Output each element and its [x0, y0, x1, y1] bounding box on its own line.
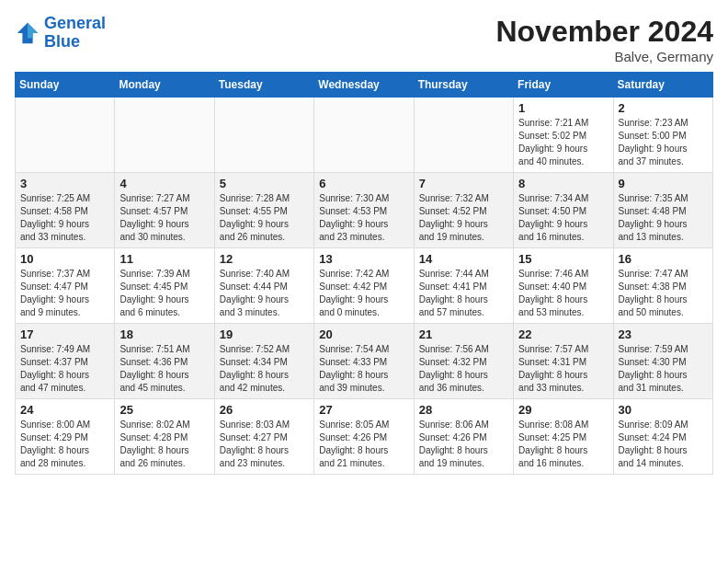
calendar-week-row: 17Sunrise: 7:49 AM Sunset: 4:37 PM Dayli…: [16, 324, 713, 399]
day-number: 6: [319, 177, 408, 190]
calendar-cell: [414, 98, 513, 173]
day-number: 14: [419, 252, 508, 266]
calendar-cell: 7Sunrise: 7:32 AM Sunset: 4:52 PM Daylig…: [414, 173, 513, 248]
day-info: Sunrise: 7:30 AM Sunset: 4:53 PM Dayligh…: [319, 192, 408, 244]
day-info: Sunrise: 7:28 AM Sunset: 4:55 PM Dayligh…: [220, 192, 309, 244]
day-info: Sunrise: 8:09 AM Sunset: 4:24 PM Dayligh…: [619, 419, 708, 470]
calendar-week-row: 10Sunrise: 7:37 AM Sunset: 4:47 PM Dayli…: [16, 248, 713, 324]
calendar-cell: 24Sunrise: 8:00 AM Sunset: 4:29 PM Dayli…: [16, 399, 115, 475]
day-number: 22: [518, 327, 608, 341]
title-block: November 2024 Balve, Germany: [495, 15, 713, 64]
day-number: 25: [119, 403, 209, 417]
calendar-cell: [16, 98, 115, 173]
calendar-cell: 26Sunrise: 8:03 AM Sunset: 4:27 PM Dayli…: [214, 399, 313, 475]
calendar-cell: 27Sunrise: 8:05 AM Sunset: 4:26 PM Dayli…: [314, 399, 414, 475]
day-info: Sunrise: 7:39 AM Sunset: 4:45 PM Dayligh…: [119, 268, 209, 319]
day-number: 20: [319, 327, 408, 341]
day-number: 19: [220, 327, 309, 341]
calendar-cell: 25Sunrise: 8:02 AM Sunset: 4:28 PM Dayli…: [115, 399, 214, 475]
day-info: Sunrise: 7:57 AM Sunset: 4:31 PM Dayligh…: [518, 343, 608, 395]
day-info: Sunrise: 7:51 AM Sunset: 4:36 PM Dayligh…: [119, 343, 209, 395]
calendar-week-row: 3Sunrise: 7:25 AM Sunset: 4:58 PM Daylig…: [16, 173, 713, 248]
day-number: 9: [619, 177, 708, 190]
weekday-header-row: SundayMondayTuesdayWednesdayThursdayFrid…: [16, 73, 713, 98]
calendar-cell: 4Sunrise: 7:27 AM Sunset: 4:57 PM Daylig…: [115, 173, 214, 248]
weekday-header-friday: Friday: [514, 73, 613, 98]
day-info: Sunrise: 8:02 AM Sunset: 4:28 PM Dayligh…: [119, 419, 209, 470]
calendar-cell: 17Sunrise: 7:49 AM Sunset: 4:37 PM Dayli…: [16, 324, 115, 399]
day-number: 28: [419, 403, 508, 417]
day-number: 11: [119, 252, 209, 266]
day-info: Sunrise: 7:32 AM Sunset: 4:52 PM Dayligh…: [419, 192, 508, 244]
calendar-cell: 22Sunrise: 7:57 AM Sunset: 4:31 PM Dayli…: [514, 324, 613, 399]
logo-line2: Blue: [44, 32, 80, 51]
calendar-cell: 11Sunrise: 7:39 AM Sunset: 4:45 PM Dayli…: [115, 248, 214, 324]
day-info: Sunrise: 8:08 AM Sunset: 4:25 PM Dayligh…: [518, 419, 608, 470]
day-number: 13: [319, 252, 408, 266]
calendar-week-row: 24Sunrise: 8:00 AM Sunset: 4:29 PM Dayli…: [16, 399, 713, 475]
calendar-cell: 13Sunrise: 7:42 AM Sunset: 4:42 PM Dayli…: [314, 248, 414, 324]
day-info: Sunrise: 8:00 AM Sunset: 4:29 PM Dayligh…: [20, 419, 109, 470]
day-number: 7: [419, 177, 508, 190]
day-info: Sunrise: 7:46 AM Sunset: 4:40 PM Dayligh…: [518, 268, 608, 319]
calendar-cell: 29Sunrise: 8:08 AM Sunset: 4:25 PM Dayli…: [514, 399, 613, 475]
day-info: Sunrise: 7:37 AM Sunset: 4:47 PM Dayligh…: [20, 268, 109, 319]
logo: General Blue: [15, 15, 106, 52]
calendar-cell: 20Sunrise: 7:54 AM Sunset: 4:33 PM Dayli…: [314, 324, 414, 399]
day-number: 8: [518, 177, 608, 190]
logo-text: General Blue: [44, 15, 106, 52]
weekday-header-monday: Monday: [115, 73, 214, 98]
calendar-cell: 5Sunrise: 7:28 AM Sunset: 4:55 PM Daylig…: [214, 173, 313, 248]
day-number: 24: [20, 403, 109, 417]
day-number: 5: [220, 177, 309, 190]
calendar-cell: 16Sunrise: 7:47 AM Sunset: 4:38 PM Dayli…: [613, 248, 712, 324]
calendar-cell: 8Sunrise: 7:34 AM Sunset: 4:50 PM Daylig…: [514, 173, 613, 248]
calendar-table: SundayMondayTuesdayWednesdayThursdayFrid…: [15, 72, 713, 475]
day-number: 26: [220, 403, 309, 417]
day-number: 16: [619, 252, 708, 266]
weekday-header-sunday: Sunday: [16, 73, 115, 98]
weekday-header-wednesday: Wednesday: [314, 73, 414, 98]
day-number: 29: [518, 403, 608, 417]
day-number: 27: [319, 403, 408, 417]
day-info: Sunrise: 7:21 AM Sunset: 5:02 PM Dayligh…: [518, 117, 608, 168]
day-info: Sunrise: 7:59 AM Sunset: 4:30 PM Dayligh…: [619, 343, 708, 395]
calendar-cell: 1Sunrise: 7:21 AM Sunset: 5:02 PM Daylig…: [514, 98, 613, 173]
calendar-cell: [314, 98, 414, 173]
calendar-cell: 6Sunrise: 7:30 AM Sunset: 4:53 PM Daylig…: [314, 173, 414, 248]
logo-icon: [15, 20, 40, 46]
month-title: November 2024: [495, 15, 713, 49]
day-info: Sunrise: 7:54 AM Sunset: 4:33 PM Dayligh…: [319, 343, 408, 395]
day-info: Sunrise: 7:23 AM Sunset: 5:00 PM Dayligh…: [619, 117, 708, 168]
calendar-cell: 23Sunrise: 7:59 AM Sunset: 4:30 PM Dayli…: [613, 324, 712, 399]
calendar-cell: 12Sunrise: 7:40 AM Sunset: 4:44 PM Dayli…: [214, 248, 313, 324]
weekday-header-saturday: Saturday: [613, 73, 712, 98]
calendar-cell: 30Sunrise: 8:09 AM Sunset: 4:24 PM Dayli…: [613, 399, 712, 475]
calendar-cell: [214, 98, 313, 173]
day-info: Sunrise: 8:03 AM Sunset: 4:27 PM Dayligh…: [220, 419, 309, 470]
day-info: Sunrise: 7:56 AM Sunset: 4:32 PM Dayligh…: [419, 343, 508, 395]
day-number: 17: [20, 327, 109, 341]
day-info: Sunrise: 7:49 AM Sunset: 4:37 PM Dayligh…: [20, 343, 109, 395]
day-number: 2: [619, 101, 708, 115]
day-info: Sunrise: 7:47 AM Sunset: 4:38 PM Dayligh…: [619, 268, 708, 319]
day-info: Sunrise: 7:42 AM Sunset: 4:42 PM Dayligh…: [319, 268, 408, 319]
day-number: 23: [619, 327, 708, 341]
weekday-header-thursday: Thursday: [414, 73, 513, 98]
weekday-header-tuesday: Tuesday: [214, 73, 313, 98]
day-info: Sunrise: 8:05 AM Sunset: 4:26 PM Dayligh…: [319, 419, 408, 470]
logo-line1: General: [44, 14, 106, 32]
day-number: 12: [220, 252, 309, 266]
day-number: 4: [119, 177, 209, 190]
day-info: Sunrise: 7:44 AM Sunset: 4:41 PM Dayligh…: [419, 268, 508, 319]
calendar-cell: 9Sunrise: 7:35 AM Sunset: 4:48 PM Daylig…: [613, 173, 712, 248]
calendar-cell: 10Sunrise: 7:37 AM Sunset: 4:47 PM Dayli…: [16, 248, 115, 324]
calendar-cell: [115, 98, 214, 173]
page-header: General Blue November 2024 Balve, German…: [15, 15, 713, 64]
calendar-cell: 14Sunrise: 7:44 AM Sunset: 4:41 PM Dayli…: [414, 248, 513, 324]
location: Balve, Germany: [495, 49, 713, 64]
calendar-cell: 3Sunrise: 7:25 AM Sunset: 4:58 PM Daylig…: [16, 173, 115, 248]
day-number: 21: [419, 327, 508, 341]
day-number: 18: [119, 327, 209, 341]
calendar-cell: 21Sunrise: 7:56 AM Sunset: 4:32 PM Dayli…: [414, 324, 513, 399]
